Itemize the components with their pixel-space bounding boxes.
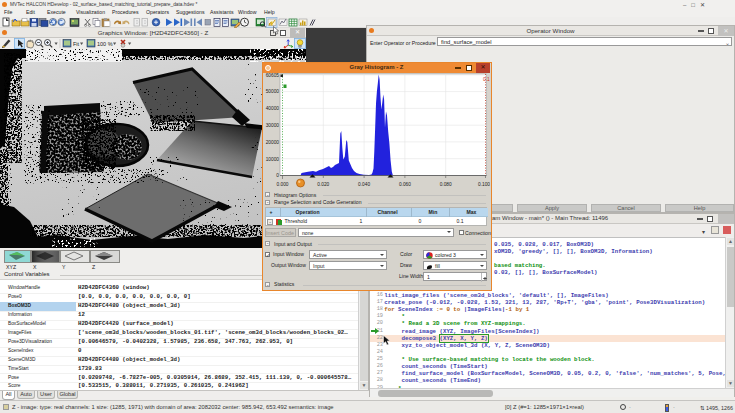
svg-text:0.060: 0.060 — [399, 182, 411, 187]
svg-text:0.040: 0.040 — [358, 182, 370, 187]
svg-text:40000: 40000 — [266, 106, 280, 111]
svg-text:0.080: 0.080 — [440, 182, 452, 187]
svg-text:10000: 10000 — [266, 157, 280, 162]
svg-text:0.100: 0.100 — [478, 182, 490, 187]
svg-text:30000: 30000 — [266, 123, 280, 128]
svg-text:Fit: Fit — [73, 41, 80, 47]
svg-text:20000: 20000 — [266, 140, 280, 145]
svg-text:0.020: 0.020 — [317, 182, 329, 187]
svg-text:0.000: 0.000 — [276, 182, 288, 187]
svg-text:60605: 60605 — [266, 73, 280, 78]
svg-text:50000: 50000 — [266, 89, 280, 94]
svg-text:0: 0 — [276, 173, 279, 178]
svg-text:0.1: 0.1 — [483, 77, 490, 82]
svg-text:100 %: 100 % — [97, 41, 113, 47]
